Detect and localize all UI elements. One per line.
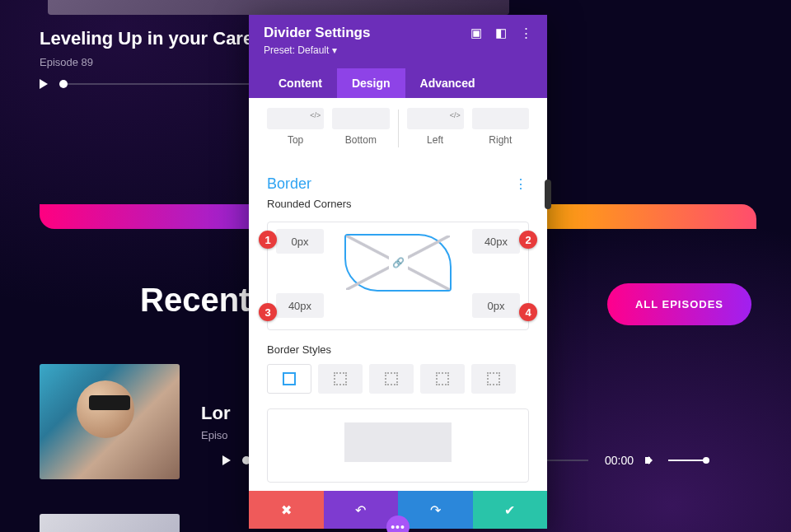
spacing-right-input[interactable] (472, 108, 529, 129)
more-bubble-icon[interactable]: ••• (386, 516, 410, 532)
play-icon[interactable] (40, 79, 48, 89)
marker-1: 1 (259, 231, 277, 249)
border-preview (267, 408, 529, 483)
marker-4: 4 (519, 303, 537, 321)
episode-subtitle: Episo (201, 429, 230, 441)
marker-2: 2 (519, 231, 537, 249)
save-button[interactable]: ✔ (473, 491, 548, 529)
cancel-button[interactable]: ✖ (249, 491, 324, 529)
border-style-right[interactable] (420, 364, 465, 394)
episode-row: Lor Episo (40, 364, 230, 479)
tab-advanced[interactable]: Advanced (405, 68, 490, 98)
spacing-right-label: Right (472, 134, 529, 146)
border-section-heading[interactable]: Border (267, 175, 311, 193)
hero-subtitle: Episode 89 (40, 56, 93, 68)
border-styles-group (249, 364, 547, 405)
scrollbar[interactable] (545, 180, 551, 209)
border-style-all[interactable] (318, 364, 363, 394)
modal-body: Top Bottom Left Right Border ⋮ Rounded C… (249, 98, 547, 491)
play-icon[interactable] (222, 455, 231, 465)
preset-dropdown[interactable]: Preset: Default ▾ (264, 44, 337, 56)
panel-icon[interactable]: ◧ (495, 26, 507, 40)
border-style-bottom[interactable] (471, 364, 516, 394)
all-episodes-button[interactable]: ALL EPISODES (607, 283, 751, 325)
rounded-corners-control: 1 2 3 4 🔗 (267, 222, 529, 330)
marker-3: 3 (259, 303, 277, 321)
corner-br-input[interactable] (472, 293, 520, 318)
redo-button[interactable]: ↷ (398, 491, 473, 529)
spacing-bottom-label: Bottom (332, 134, 389, 146)
rounded-corners-label: Rounded Corners (249, 196, 547, 218)
border-style-top[interactable] (369, 364, 414, 394)
progress-handle[interactable] (59, 80, 68, 88)
border-style-solid[interactable] (267, 364, 311, 394)
link-icon[interactable]: 🔗 (389, 255, 408, 270)
hero-thumbnail (48, 0, 509, 15)
corner-bl-input[interactable] (276, 293, 324, 318)
spacing-bottom-input[interactable] (332, 108, 389, 129)
section-kebab-icon[interactable]: ⋮ (514, 176, 529, 192)
recent-heading: Recent (140, 282, 250, 319)
spacing-left-label: Left (407, 134, 464, 146)
kebab-icon[interactable]: ⋮ (520, 26, 532, 40)
divider-settings-modal: Divider Settings ▣ ◧ ⋮ Preset: Default ▾… (249, 15, 547, 529)
episode-title: Lor (201, 403, 230, 424)
time-display: 00:00 (605, 454, 634, 467)
corner-preview: 🔗 (344, 234, 452, 292)
modal-title: Divider Settings (264, 25, 370, 41)
border-styles-label: Border Styles (249, 342, 547, 364)
volume-track[interactable] (668, 460, 709, 461)
preview-fill (344, 422, 452, 462)
spacing-top-input[interactable] (267, 108, 324, 129)
tab-design[interactable]: Design (337, 68, 405, 98)
tab-content[interactable]: Content (264, 68, 337, 98)
corner-tr-input[interactable] (472, 229, 520, 254)
spacing-left-input[interactable] (407, 108, 464, 129)
tabs: Content Design Advanced (264, 68, 532, 98)
expand-icon[interactable]: ▣ (470, 26, 482, 40)
corner-tl-input[interactable] (276, 229, 324, 254)
volume-icon[interactable] (645, 455, 657, 466)
episode-thumbnail[interactable] (40, 364, 180, 479)
spacing-top-label: Top (267, 134, 324, 146)
modal-header: Divider Settings ▣ ◧ ⋮ Preset: Default ▾… (249, 15, 547, 98)
episode-thumbnail[interactable] (40, 514, 180, 532)
